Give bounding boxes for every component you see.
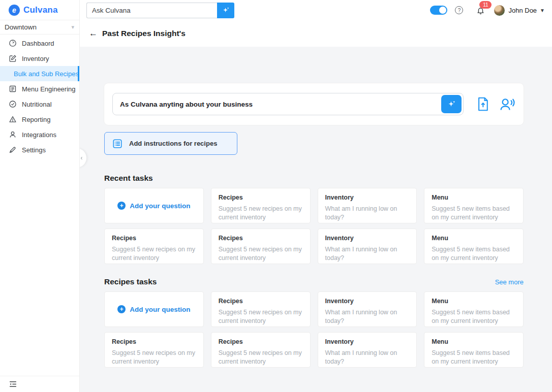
task-card[interactable]: Menu Suggest 5 new items based on my cur… — [424, 228, 524, 264]
add-question-label: Add your question — [130, 306, 190, 313]
recent-tasks-header: Recent tasks — [104, 174, 524, 183]
task-card-text: Suggest 5 new recipes on my current inve… — [219, 245, 303, 263]
recipes-tasks-grid: + Add your question Recipes Suggest 5 ne… — [104, 291, 524, 368]
toggle-knob — [439, 7, 446, 14]
sparkle-icon — [447, 100, 456, 109]
task-card[interactable]: Recipes Suggest 5 new recipes on my curr… — [211, 188, 311, 223]
sidebar-item-integrations[interactable]: Integrations — [0, 127, 79, 142]
add-instructions-label: Add instructions for recipes — [129, 140, 217, 147]
sidebar-item-settings[interactable]: Settings — [0, 142, 79, 157]
document-list-icon — [9, 85, 17, 93]
task-card[interactable]: Inventory What am I running low on today… — [318, 332, 417, 368]
task-card[interactable]: Recipes Suggest 5 new recipes on my curr… — [211, 332, 311, 368]
ask-sparkle-button[interactable] — [217, 3, 234, 18]
task-card[interactable]: Recipes Suggest 5 new recipes on my curr… — [104, 332, 204, 368]
task-card-text: What am I running low on today? — [325, 349, 410, 366]
brand-logo[interactable]: e Culvana — [0, 0, 79, 20]
recent-tasks-grid: + Add your question Recipes Suggest 5 ne… — [104, 188, 524, 264]
task-card-title: Inventory — [325, 338, 410, 345]
sidebar-item-label: Reporting — [22, 116, 50, 123]
back-arrow-icon[interactable]: ← — [89, 28, 98, 39]
task-card[interactable]: Inventory What am I running low on today… — [318, 228, 417, 264]
task-card[interactable]: Inventory What am I running low on today… — [318, 291, 417, 327]
add-question-card[interactable]: + Add your question — [104, 188, 204, 223]
task-card-title: Menu — [432, 338, 516, 345]
recipes-tasks-header: Recipes tasks See more — [104, 277, 524, 286]
chevron-left-icon: ‹ — [81, 154, 83, 161]
sidebar-item-bulk-and-sub-recipes[interactable]: Bulk and Sub Recipes — [0, 66, 79, 81]
sidebar-item-menu-engineering[interactable]: Menu Engineering — [0, 81, 79, 96]
task-card-text: Suggest 5 new recipes on my current inve… — [219, 205, 303, 222]
user-name[interactable]: John Doe — [508, 7, 537, 14]
task-card-title: Recipes — [219, 338, 303, 345]
task-card-title: Inventory — [325, 298, 410, 305]
warning-triangle-icon — [9, 115, 17, 123]
sidebar-nav: Dashbaord Inventory Bulk and Sub Recipes… — [0, 35, 79, 376]
task-card[interactable]: Menu Suggest 5 new items based on my cur… — [424, 291, 524, 327]
add-instructions-button[interactable]: Add instructions for recipes — [104, 132, 237, 155]
submit-sparkle-button[interactable] — [441, 95, 462, 113]
plus-circle-icon: + — [117, 202, 126, 210]
sidebar-item-reporting[interactable]: Reporting — [0, 112, 79, 127]
task-card-title: Recipes — [219, 298, 303, 305]
task-card[interactable]: Menu Suggest 5 new items based on my cur… — [424, 188, 524, 223]
task-card-text: Suggest 5 new items based on my current … — [432, 245, 516, 263]
task-card-text: Suggest 5 new items based on my current … — [432, 308, 516, 325]
topbar-actions: ? 11 John Doe ▼ — [430, 5, 552, 16]
avatar[interactable] — [494, 5, 505, 16]
instructions-list-icon — [112, 139, 122, 149]
sidebar-item-inventory[interactable]: Inventory — [0, 51, 79, 66]
ask-culvana-input[interactable] — [86, 3, 217, 18]
upload-file-button[interactable] — [476, 96, 490, 112]
page-title: Past Recipes Insight's — [102, 29, 186, 38]
edit-square-icon — [9, 54, 17, 62]
task-card[interactable]: Recipes Suggest 5 new recipes on my curr… — [104, 228, 204, 264]
sidebar-item-nutritional[interactable]: Nutritional — [0, 96, 79, 112]
task-card-text: What am I running low on today? — [325, 308, 410, 325]
task-card[interactable]: Recipes Suggest 5 new recipes on my curr… — [211, 228, 311, 264]
ask-panel — [104, 83, 524, 125]
notifications-button[interactable]: 11 — [476, 6, 485, 15]
sidebar-item-label: Dashbaord — [22, 40, 54, 47]
menu-fold-icon[interactable] — [9, 380, 17, 388]
sparkle-icon — [222, 6, 230, 15]
task-card-title: Recipes — [219, 235, 303, 242]
task-card-title: Menu — [432, 298, 516, 305]
task-card-text: Suggest 5 new recipes on my current inve… — [112, 245, 196, 263]
notification-badge: 11 — [479, 1, 492, 9]
task-card-title: Menu — [432, 235, 516, 242]
sidebar-item-dashboard[interactable]: Dashbaord — [0, 36, 79, 51]
sidebar-item-label: Nutritional — [22, 101, 52, 108]
location-label: Downtown — [5, 23, 37, 31]
chevron-down-icon[interactable]: ▼ — [540, 8, 545, 13]
task-card-text: What am I running low on today? — [325, 205, 410, 222]
chevron-down-icon: ▾ — [71, 24, 74, 30]
voice-input-button[interactable] — [499, 96, 515, 112]
add-question-label: Add your question — [130, 202, 190, 210]
culvana-logo-icon: e — [9, 5, 20, 16]
file-upload-icon — [476, 96, 490, 112]
section-title: Recent tasks — [104, 174, 153, 183]
task-card-text: Suggest 5 new items based on my current … — [432, 205, 516, 222]
location-select[interactable]: Downtown ▾ — [0, 20, 79, 35]
help-icon[interactable]: ? — [455, 6, 463, 14]
sidebar-item-label: Integrations — [22, 131, 56, 139]
sidebar-footer — [0, 376, 79, 392]
task-card-text: Suggest 5 new recipes on my current inve… — [112, 349, 196, 366]
sidebar-item-label: Bulk and Sub Recipes — [14, 70, 79, 78]
add-question-card[interactable]: + Add your question — [104, 291, 204, 327]
see-more-link[interactable]: See more — [495, 278, 524, 286]
topbar: ? 11 John Doe ▼ — [80, 0, 552, 20]
pen-icon — [9, 146, 17, 154]
sidebar-item-label: Settings — [22, 146, 46, 154]
main-content: Add instructions for recipes Recent task… — [80, 47, 552, 392]
business-question-input[interactable] — [112, 93, 464, 115]
task-card-text: Suggest 5 new items based on my current … — [432, 349, 516, 366]
plus-circle-icon: + — [117, 305, 126, 313]
sidebar-item-label: Menu Engineering — [22, 85, 76, 93]
task-card-title: Recipes — [219, 194, 303, 201]
task-card[interactable]: Recipes Suggest 5 new recipes on my curr… — [211, 291, 311, 327]
mode-toggle[interactable] — [430, 6, 447, 15]
task-card[interactable]: Menu Suggest 5 new items based on my cur… — [424, 332, 524, 368]
task-card[interactable]: Inventory What am I running low on today… — [318, 188, 417, 223]
